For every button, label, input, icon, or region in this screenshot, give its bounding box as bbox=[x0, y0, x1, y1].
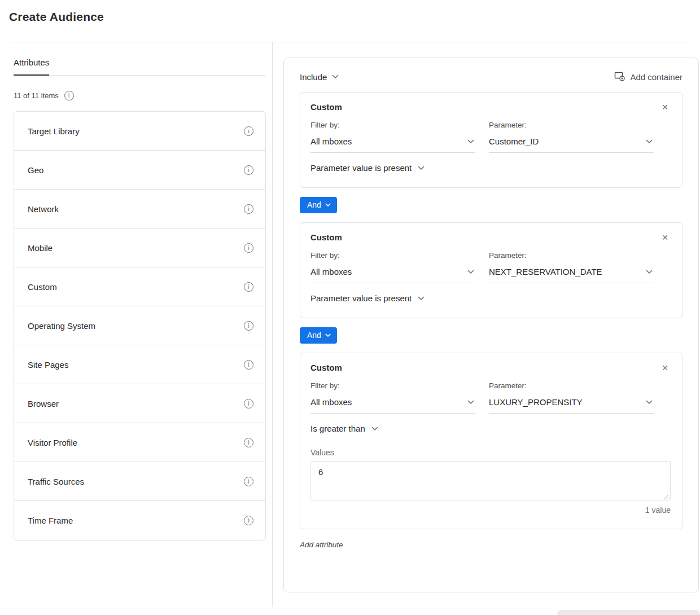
chevron-down-icon bbox=[646, 400, 653, 405]
list-item-target-library[interactable]: Target Library i bbox=[14, 112, 265, 151]
list-item-browser[interactable]: Browser i bbox=[14, 384, 265, 423]
attributes-panel: Attributes 11 of 11 items i Target Libra… bbox=[0, 42, 273, 607]
info-icon[interactable]: i bbox=[244, 282, 253, 292]
items-count-text: 11 of 11 items bbox=[14, 91, 59, 100]
operator-value: Is greater than bbox=[310, 424, 365, 433]
close-icon[interactable]: ✕ bbox=[659, 102, 671, 112]
list-item-mobile[interactable]: Mobile i bbox=[14, 229, 265, 267]
parameter-label: Parameter: bbox=[489, 121, 654, 129]
attributes-list: Target Library i Geo i Network i Mobile … bbox=[14, 111, 266, 541]
list-item-label: Target Library bbox=[28, 126, 80, 136]
info-icon[interactable]: i bbox=[244, 321, 253, 331]
info-icon[interactable]: i bbox=[244, 126, 253, 136]
list-item-label: Operating System bbox=[28, 321, 95, 331]
parameter-field: Parameter: Customer_ID bbox=[489, 121, 654, 153]
list-item-network[interactable]: Network i bbox=[14, 190, 265, 229]
include-container: Include Add container Custom ✕ bbox=[283, 58, 699, 592]
operator-dropdown[interactable]: Parameter value is present bbox=[310, 163, 425, 173]
filter-by-select[interactable]: All mboxes bbox=[310, 265, 475, 283]
operator-dropdown[interactable]: Parameter value is present bbox=[310, 293, 425, 303]
filter-by-label: Filter by: bbox=[310, 381, 475, 390]
values-section: Values 6 1 value bbox=[310, 448, 671, 515]
cutoff-footer-button[interactable] bbox=[557, 610, 700, 615]
parameter-select[interactable]: LUXURY_PROPENSITY bbox=[489, 395, 654, 414]
add-container-icon bbox=[614, 71, 625, 83]
list-item-operating-system[interactable]: Operating System i bbox=[14, 306, 265, 345]
and-operator-button[interactable]: And bbox=[300, 197, 337, 213]
filter-by-field: Filter by: All mboxes bbox=[310, 381, 475, 414]
list-item-label: Network bbox=[28, 204, 59, 214]
list-item-label: Site Pages bbox=[28, 360, 69, 370]
list-item-label: Traffic Sources bbox=[28, 477, 84, 486]
parameter-select[interactable]: Customer_ID bbox=[489, 134, 654, 153]
info-icon[interactable]: i bbox=[64, 91, 74, 100]
chevron-down-icon bbox=[646, 139, 653, 144]
filter-by-field: Filter by: All mboxes bbox=[310, 251, 475, 283]
values-input-wrap: 6 bbox=[310, 461, 671, 500]
add-attribute-link[interactable]: Add attribute bbox=[300, 541, 683, 549]
chevron-down-icon bbox=[467, 270, 474, 274]
page-header: Create Audience bbox=[0, 0, 700, 42]
filter-by-value: All mboxes bbox=[310, 397, 352, 407]
values-input[interactable]: 6 bbox=[310, 461, 671, 500]
and-operator-row: And bbox=[300, 327, 683, 344]
list-item-geo[interactable]: Geo i bbox=[14, 151, 265, 190]
filter-by-select[interactable]: All mboxes bbox=[310, 395, 475, 414]
filter-by-field: Filter by: All mboxes bbox=[310, 121, 475, 153]
info-icon[interactable]: i bbox=[244, 399, 253, 408]
parameter-value: NEXT_RESERVATION_DATE bbox=[489, 267, 602, 276]
chevron-down-icon bbox=[646, 270, 653, 274]
include-dropdown-value: Include bbox=[300, 72, 327, 82]
info-icon[interactable]: i bbox=[244, 204, 253, 214]
info-icon[interactable]: i bbox=[244, 243, 253, 253]
filter-by-value: All mboxes bbox=[310, 137, 352, 146]
list-item-traffic-sources[interactable]: Traffic Sources i bbox=[14, 462, 265, 501]
list-item-label: Custom bbox=[28, 282, 57, 292]
page-title: Create Audience bbox=[9, 10, 691, 24]
condition-card-title: Custom bbox=[310, 102, 342, 112]
audience-builder-panel: Include Add container Custom ✕ bbox=[273, 42, 700, 607]
chevron-down-icon bbox=[325, 203, 331, 207]
values-label: Values bbox=[310, 448, 671, 457]
list-item-site-pages[interactable]: Site Pages i bbox=[14, 345, 265, 384]
operator-value: Parameter value is present bbox=[310, 163, 412, 173]
condition-card-2: Custom ✕ Filter by: All mboxes bbox=[300, 222, 683, 318]
add-container-label: Add container bbox=[630, 72, 683, 82]
condition-fields: Filter by: All mboxes Parameter: NEXT_RE… bbox=[310, 251, 671, 283]
condition-card-header: Custom ✕ bbox=[310, 232, 671, 243]
list-item-custom[interactable]: Custom i bbox=[14, 267, 265, 306]
filter-by-select[interactable]: All mboxes bbox=[310, 134, 475, 153]
resize-handle-icon[interactable] bbox=[663, 492, 669, 498]
condition-card-header: Custom ✕ bbox=[310, 363, 671, 373]
parameter-select[interactable]: NEXT_RESERVATION_DATE bbox=[489, 265, 654, 283]
close-icon[interactable]: ✕ bbox=[659, 232, 671, 243]
tab-attributes[interactable]: Attributes bbox=[14, 58, 49, 76]
info-icon[interactable]: i bbox=[244, 438, 253, 447]
list-item-label: Time Frame bbox=[28, 516, 73, 525]
chevron-down-icon bbox=[418, 166, 425, 170]
include-dropdown[interactable]: Include bbox=[300, 72, 339, 82]
and-operator-label: And bbox=[307, 200, 321, 209]
parameter-value: Customer_ID bbox=[489, 137, 539, 146]
list-item-visitor-profile[interactable]: Visitor Profile i bbox=[14, 423, 265, 462]
info-icon[interactable]: i bbox=[244, 477, 253, 486]
items-count-row: 11 of 11 items i bbox=[14, 91, 266, 100]
condition-card-3: Custom ✕ Filter by: All mboxes bbox=[300, 353, 683, 529]
condition-fields: Filter by: All mboxes Parameter: Custome… bbox=[310, 121, 671, 153]
operator-dropdown[interactable]: Is greater than bbox=[310, 424, 378, 433]
and-operator-label: And bbox=[307, 331, 321, 340]
chevron-down-icon bbox=[371, 427, 378, 431]
container-toolbar: Include Add container bbox=[300, 71, 683, 83]
condition-card-title: Custom bbox=[310, 363, 342, 372]
list-item-time-frame[interactable]: Time Frame i bbox=[14, 501, 265, 540]
value-count: 1 value bbox=[310, 506, 671, 515]
tabs-row: Attributes bbox=[14, 58, 266, 76]
add-container-button[interactable]: Add container bbox=[614, 71, 683, 83]
info-icon[interactable]: i bbox=[244, 360, 253, 370]
and-operator-button[interactable]: And bbox=[300, 327, 337, 344]
chevron-down-icon bbox=[467, 400, 474, 405]
chevron-down-icon bbox=[325, 333, 331, 337]
close-icon[interactable]: ✕ bbox=[659, 363, 671, 373]
info-icon[interactable]: i bbox=[244, 165, 253, 175]
info-icon[interactable]: i bbox=[244, 516, 253, 525]
